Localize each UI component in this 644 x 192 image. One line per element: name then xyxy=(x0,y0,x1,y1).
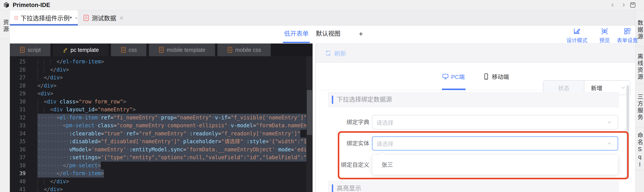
editor-tab-label: css xyxy=(129,47,137,53)
code-editor: scriptpc templatecssmobile templatemobil… xyxy=(10,44,312,192)
save-icon[interactable] xyxy=(630,2,636,8)
code-line[interactable]: 29<div> xyxy=(10,90,307,98)
refresh-label: 刷新 xyxy=(334,49,346,58)
view-tab-lowcode-form[interactable]: 低开表单 xyxy=(284,26,309,44)
editor-tab-css[interactable]: css xyxy=(111,44,147,56)
file-tab-label: 下拉选择组件示例* xyxy=(20,13,72,22)
file-tab-bar: 下拉选择组件示例* 测试数据 xyxy=(10,10,635,26)
editor-tab-pc-template[interactable]: pc template xyxy=(53,44,108,56)
app-window: Primeton-IDE 资源 数据源离线资源三方服务命名Sql 下拉选择组件示… xyxy=(0,0,644,192)
bind-entity-select[interactable]: 请选择 xyxy=(372,136,618,150)
section-accent-bar xyxy=(332,184,333,192)
file-tab-test-data[interactable]: 测试数据 xyxy=(82,10,132,26)
document-icon xyxy=(227,47,233,53)
sidebar-item-三方服务[interactable]: 三方服务 xyxy=(636,84,644,128)
add-view-button[interactable]: + xyxy=(359,26,363,44)
line-number: 28 xyxy=(10,82,26,90)
file-tab-dropdown-example[interactable]: 下拉选择组件示例* xyxy=(10,10,78,26)
chevron-up-icon xyxy=(606,140,612,147)
device-tab-pc[interactable]: PC端 xyxy=(442,63,465,90)
line-number: 30 xyxy=(10,98,26,106)
editor-scrollbar[interactable] xyxy=(306,56,312,192)
design-mode-button[interactable]: 设计模式 xyxy=(563,27,591,44)
code-line[interactable]: 37··········:settings='{"type":"entity",… xyxy=(10,154,307,162)
select-placeholder: 请选择 xyxy=(376,118,394,126)
device-tab-label: 移动端 xyxy=(492,72,509,81)
pencil-icon xyxy=(62,47,68,53)
active-tab-underline xyxy=(10,24,78,26)
monitor-icon xyxy=(442,73,449,80)
sidebar-item-label: 资源 xyxy=(0,19,10,33)
app-title: Primeton-IDE xyxy=(13,0,50,10)
preview-eye-icon xyxy=(600,27,608,35)
title-bar: Primeton-IDE xyxy=(0,0,644,10)
line-number: 39 xyxy=(10,170,26,178)
sidebar-item-离线资源[interactable]: 离线资源 xyxy=(636,47,644,84)
code-line[interactable]: 26 </div> xyxy=(10,66,307,74)
refresh-button[interactable]: 刷新 xyxy=(325,44,346,63)
line-number: 33 xyxy=(10,122,26,130)
document-icon xyxy=(20,47,25,53)
line-number: 31 xyxy=(10,106,26,114)
panel-scrollbar[interactable] xyxy=(626,85,629,179)
bind-dictionary-select[interactable]: 请选择 xyxy=(372,115,618,129)
line-number: 41 xyxy=(10,186,26,192)
editor-tab-mobile-template[interactable]: mobile template xyxy=(149,44,215,56)
app-logo-icon xyxy=(3,2,10,8)
close-icon[interactable] xyxy=(75,16,78,20)
nav-forward-icon[interactable] xyxy=(620,2,626,8)
form-settings-button[interactable]: 表单设置 xyxy=(613,27,642,44)
code-line[interactable]: 36··········vModel='nameEntry'·:entityMo… xyxy=(10,146,307,154)
document-icon xyxy=(120,47,126,53)
section-header-highlight: 高亮显示 xyxy=(328,181,619,192)
editor-tab-mobile-css[interactable]: mobile css xyxy=(218,44,271,56)
add-view-label: + xyxy=(359,30,363,38)
dropdown-option[interactable]: 张三 xyxy=(372,155,618,175)
code-line[interactable]: 25 </el-form-item> xyxy=(10,58,307,66)
form-settings-label: 表单设置 xyxy=(617,36,638,44)
code-line[interactable]: 34··········:clearable="true"·ref="ref_n… xyxy=(10,130,307,138)
code-line[interactable]: 35··········:disabled="f_disabled['nameE… xyxy=(10,138,307,146)
editor-tab-label: script xyxy=(28,47,41,53)
code-line[interactable]: 32······<el-form-item·ref="fi_nameEntry"… xyxy=(10,114,307,122)
field-label-bind-dictionary: 绑定字典 xyxy=(316,115,369,129)
code-line[interactable]: 30 <div class="row form_row"> xyxy=(10,98,307,106)
sidebar-item-resources[interactable]: 资源 xyxy=(0,10,10,39)
view-tab-label: 低开表单 xyxy=(284,30,309,37)
section-accent-bar xyxy=(332,96,333,104)
form-settings-icon xyxy=(624,27,631,35)
preview-label: 预览 xyxy=(599,36,610,44)
line-number: 26 xyxy=(10,66,26,74)
code-line[interactable]: 41 </div> xyxy=(10,186,307,192)
entity-select-dropdown: 张三 xyxy=(372,154,618,175)
view-tab-default-view[interactable]: 默认视图 xyxy=(316,26,340,44)
section-title: 高亮显示 xyxy=(337,181,361,192)
editor-tab-label: pc template xyxy=(70,47,99,53)
code-line[interactable]: 33········<pm-select·class="comp_nameEnt… xyxy=(10,122,307,130)
device-tab-mobile[interactable]: 移动端 xyxy=(483,63,509,90)
device-tab-label: PC端 xyxy=(451,72,465,81)
code-line[interactable]: 28</div> xyxy=(10,82,307,90)
code-lines[interactable]: 25 </el-form-item>26 </div>27 </div>28</… xyxy=(10,56,307,192)
device-tab-row: PC端 移动端 状态 新增 xyxy=(316,63,635,90)
code-line[interactable]: 40 </div> xyxy=(10,178,307,186)
line-number: 37 xyxy=(10,154,26,162)
form-config-panel: 刷新 PC端 移动端 状态 新增 xyxy=(316,44,635,192)
line-number: 25 xyxy=(10,58,26,66)
sidebar-item-命名Sql[interactable]: 命名Sql xyxy=(636,128,644,170)
line-number: 29 xyxy=(10,90,26,98)
sidebar-item-label: 三方服务 xyxy=(636,94,644,121)
code-line[interactable]: 38········</pm-select> xyxy=(10,162,307,170)
close-icon[interactable] xyxy=(119,16,124,20)
code-line[interactable]: 31 <div layout_id="nameEntry"> xyxy=(10,106,307,114)
line-number: 34 xyxy=(10,130,26,138)
editor-tab-bar: scriptpc templatecssmobile templatemobil… xyxy=(10,44,312,56)
line-number: 40 xyxy=(10,178,26,186)
view-tab-label: 默认视图 xyxy=(316,30,340,37)
nav-back-icon[interactable] xyxy=(610,2,616,8)
editor-tab-script[interactable]: script xyxy=(10,44,50,56)
design-mode-icon xyxy=(573,27,581,35)
editor-scrollbar-thumb[interactable] xyxy=(307,90,312,135)
code-line[interactable]: 39······</el-form-item> xyxy=(10,170,307,178)
code-line[interactable]: 27 </div> xyxy=(10,74,307,82)
